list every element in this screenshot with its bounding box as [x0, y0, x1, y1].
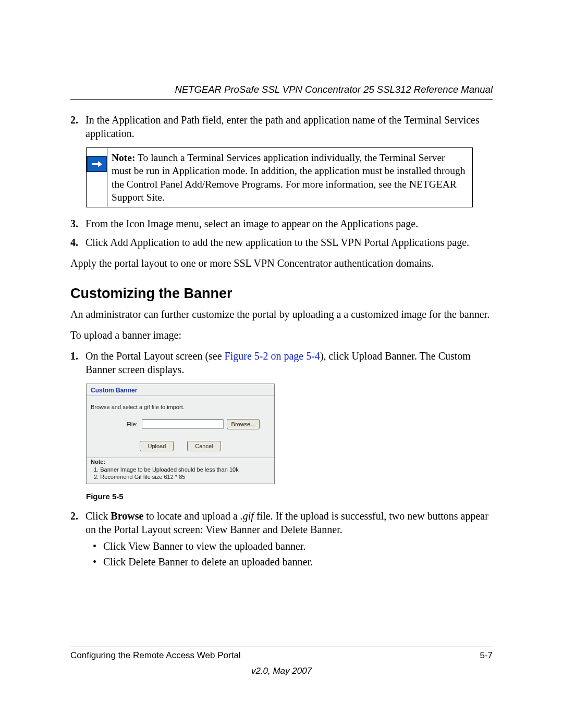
- text-italic: .gif: [240, 510, 254, 522]
- list-number: 1.: [70, 349, 85, 376]
- text-fragment: to locate and upload a: [143, 510, 240, 522]
- paragraph: To upload a banner image:: [70, 328, 493, 342]
- text-fragment: On the Portal Layout screen (see: [85, 350, 225, 362]
- dialog-instruction: Browse and select a gif file to import.: [87, 396, 274, 419]
- custom-banner-dialog: Custom Banner Browse and select a gif fi…: [86, 384, 275, 485]
- list-number: 4.: [70, 236, 85, 249]
- file-label: File:: [101, 421, 138, 428]
- footer-section-title: Configuring the Remote Access Web Portal: [70, 650, 241, 661]
- dialog-title: Custom Banner: [87, 384, 274, 396]
- header-rule: [70, 99, 493, 100]
- running-header: NETGEAR ProSafe SSL VPN Concentrator 25 …: [70, 83, 493, 96]
- footer-page-number: 5-7: [480, 650, 493, 661]
- dialog-note-item: 1. Banner Image to be Uploaded should be…: [94, 466, 270, 473]
- footer-version: v2.0, May 2007: [70, 665, 493, 677]
- note-callout: Note: To launch a Terminal Services appl…: [86, 147, 473, 207]
- page-footer: Configuring the Remote Access Web Portal…: [70, 647, 493, 677]
- list-number: 3.: [70, 217, 85, 230]
- text-fragment: Click: [85, 510, 111, 522]
- list-item-text: Click Browse to locate and upload a .gif…: [85, 509, 493, 571]
- cross-reference-link[interactable]: Figure 5-2 on page 5-4: [225, 350, 320, 362]
- bullet-item: Click View Banner to view the uploaded b…: [85, 539, 493, 553]
- arrow-right-icon: [87, 156, 107, 172]
- browse-button[interactable]: Browse...: [227, 419, 260, 429]
- figure-caption: Figure 5-5: [86, 491, 493, 502]
- list-item-text: In the Application and Path field, enter…: [85, 113, 493, 140]
- list-number: 2.: [70, 113, 85, 140]
- bullet-item: Click Delete Banner to delete an uploade…: [85, 555, 493, 569]
- list-item-text: On the Portal Layout screen (see Figure …: [85, 349, 493, 376]
- paragraph: Apply the portal layout to one or more S…: [70, 256, 493, 270]
- note-text: To launch a Terminal Services applicatio…: [112, 152, 466, 203]
- section-heading: Customizing the Banner: [70, 285, 493, 303]
- note-prefix: Note:: [112, 152, 135, 163]
- dialog-note-head: Note:: [87, 458, 274, 465]
- list-item-text: From the Icon Image menu, select an imag…: [85, 217, 493, 230]
- list-item-text: Click Add Application to add the new app…: [85, 236, 493, 249]
- dialog-note-item: 2. Recommend Gif file size 612 * 85: [94, 473, 270, 480]
- upload-button[interactable]: Upload: [140, 441, 174, 451]
- text-bold: Browse: [111, 510, 143, 522]
- paragraph: An administrator can further customize t…: [70, 307, 493, 321]
- file-input[interactable]: [142, 419, 224, 429]
- cancel-button[interactable]: Cancel: [187, 441, 221, 451]
- list-number: 2.: [70, 509, 85, 571]
- footer-rule: [70, 647, 493, 647]
